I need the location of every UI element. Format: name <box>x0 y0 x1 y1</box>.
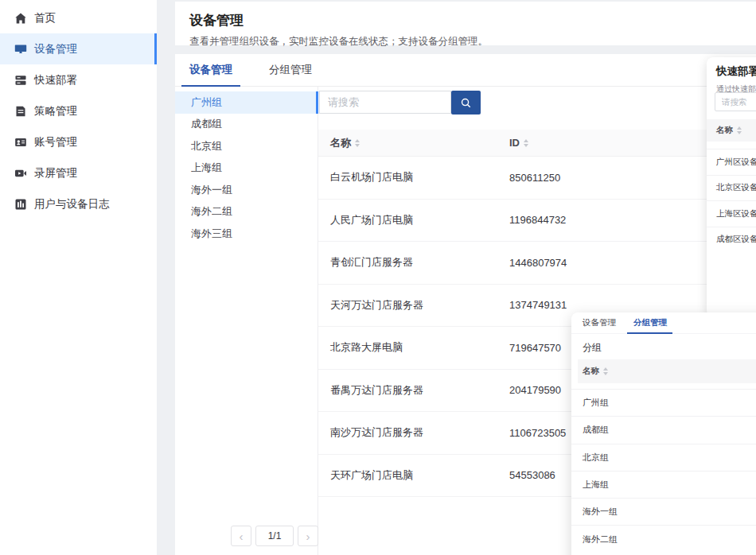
device-id-cell: 204179590 <box>509 384 561 396</box>
sidebar-item-label: 首页 <box>34 11 56 25</box>
screen-record-icon <box>14 167 27 180</box>
main-tabbar: 设备管理 分组管理 <box>175 54 756 87</box>
search-icon <box>460 97 472 109</box>
sidebar-item-user-device-logs[interactable]: 用户与设备日志 <box>0 188 157 219</box>
list-item[interactable]: 上海组 <box>571 471 756 498</box>
group-item-beijing[interactable]: 北京组 <box>175 135 318 157</box>
sidebar-item-label: 账号管理 <box>34 135 77 149</box>
device-id-cell: 54553086 <box>509 469 555 481</box>
sidebar-item-home[interactable]: 首页 <box>0 2 157 33</box>
column-header-id[interactable]: ID <box>509 137 528 149</box>
deploy-icon <box>14 74 27 87</box>
sidebar-item-screen-recording[interactable]: 录屏管理 <box>0 157 157 188</box>
sort-icon[interactable] <box>524 139 528 147</box>
group-management-panel: 设备管理 分组管理 分组 名称 广州组 成都组 北京组 上海组 海外一组 海外二… <box>571 312 756 555</box>
popup-group-list: 广州组 成都组 北京组 上海组 海外一组 海外二组 <box>571 389 756 553</box>
quick-deploy-column-header[interactable]: 名称 <box>707 119 756 142</box>
account-icon <box>14 136 27 149</box>
list-item[interactable]: 成都区设备 <box>707 227 756 253</box>
page-subtitle: 查看并管理组织设备，实时监控设备在线状态；支持设备分组管理。 <box>189 35 756 49</box>
group-item-overseas-1[interactable]: 海外一组 <box>175 179 318 201</box>
sidebar-item-quick-deploy[interactable]: 快速部署 <box>0 64 157 95</box>
column-label: 名称 <box>716 125 733 136</box>
device-name-cell: 番禺万达门店服务器 <box>318 383 509 398</box>
sidebar-item-label: 用户与设备日志 <box>34 197 110 212</box>
device-id-cell: 850611250 <box>509 172 560 184</box>
popup-column-header[interactable]: 名称 <box>578 359 756 383</box>
table-row[interactable]: 青创汇门店服务器 1446807974 <box>318 242 756 285</box>
list-item[interactable]: 上海区设备 <box>707 200 756 227</box>
pagination-next-button[interactable]: › <box>298 526 318 546</box>
table-header: 名称 ID <box>318 130 756 157</box>
list-item[interactable]: 广州区设备 <box>707 149 756 175</box>
device-name-cell: 天环广场门店电脑 <box>318 468 509 483</box>
column-label: 名称 <box>583 366 599 377</box>
list-item[interactable]: 成都组 <box>571 416 756 443</box>
quick-deploy-title: 快速部署 <box>716 64 756 79</box>
table-row[interactable]: 白云机场门店电脑 850611250 <box>318 157 756 200</box>
group-item-chengdu[interactable]: 成都组 <box>175 114 318 136</box>
group-item-overseas-3[interactable]: 海外三组 <box>175 223 318 245</box>
device-icon <box>14 43 27 56</box>
page-title: 设备管理 <box>189 11 756 29</box>
page-header: 设备管理 查看并管理组织设备，实时监控设备在线状态；支持设备分组管理。 <box>175 2 756 45</box>
list-item[interactable]: 广州组 <box>571 389 756 416</box>
column-header-name[interactable]: 名称 <box>318 136 509 150</box>
group-pagination: ‹ 1/1 › <box>231 526 318 546</box>
column-label: 名称 <box>330 136 351 150</box>
sidebar-item-label: 录屏管理 <box>34 166 77 180</box>
device-name-cell: 北京路大屏电脑 <box>318 340 509 355</box>
pagination-prev-button[interactable]: ‹ <box>231 526 251 546</box>
sidebar-item-device-management[interactable]: 设备管理 <box>0 33 157 64</box>
device-name-cell: 人民广场门店电脑 <box>318 213 509 227</box>
popup-tabbar: 设备管理 分组管理 <box>571 312 756 334</box>
sidebar-item-label: 快速部署 <box>34 73 77 87</box>
sidebar-menu: 首页 设备管理 快速部署 策略管理 <box>0 0 157 219</box>
device-id-cell: 1446807974 <box>509 257 567 269</box>
sort-icon[interactable] <box>603 367 608 375</box>
sidebar-item-account-management[interactable]: 账号管理 <box>0 126 157 157</box>
search-button[interactable] <box>451 91 481 114</box>
list-item[interactable]: 海外二组 <box>571 525 756 552</box>
group-item-overseas-2[interactable]: 海外二组 <box>175 201 318 223</box>
group-item-shanghai[interactable]: 上海组 <box>175 157 318 180</box>
list-item[interactable]: 北京组 <box>571 444 756 471</box>
app-window: 首页 设备管理 快速部署 策略管理 <box>0 0 756 555</box>
home-icon <box>14 12 27 25</box>
popup-tab-device-management[interactable]: 设备管理 <box>583 317 616 328</box>
list-item[interactable]: 北京区设备 <box>707 175 756 201</box>
quick-deploy-search-input[interactable] <box>715 92 756 111</box>
device-name-cell: 南沙万达门店服务器 <box>318 425 509 440</box>
quick-deploy-list: 广州区设备 北京区设备 上海区设备 成都区设备 <box>707 149 756 252</box>
device-id-cell: 1374749131 <box>509 299 567 311</box>
quick-deploy-panel: 快速部署 通过快速部署， 名称 广州区设备 北京区设备 上海区设备 成都区设备 <box>707 57 756 316</box>
device-name-cell: 天河万达门店服务器 <box>318 298 509 312</box>
device-id-cell: 1106723505 <box>509 427 566 439</box>
popup-tab-group-management[interactable]: 分组管理 <box>633 317 667 328</box>
device-name-cell: 白云机场门店电脑 <box>318 170 509 184</box>
group-list: 广州组 成都组 北京组 上海组 海外一组 海外二组 海外三组 ‹ 1/1 › <box>175 87 318 555</box>
group-item-guangzhou[interactable]: 广州组 <box>175 91 318 114</box>
sort-icon[interactable] <box>355 139 360 147</box>
sidebar-item-label: 策略管理 <box>34 104 77 118</box>
device-id-cell: 1196844732 <box>509 214 566 226</box>
column-label: ID <box>509 137 520 149</box>
tab-device-management[interactable]: 设备管理 <box>181 54 240 86</box>
tab-group-management[interactable]: 分组管理 <box>261 54 320 86</box>
device-id-cell: 719647570 <box>509 342 561 354</box>
sidebar: 首页 设备管理 快速部署 策略管理 <box>0 0 157 555</box>
sidebar-item-policy-management[interactable]: 策略管理 <box>0 95 157 126</box>
sort-icon[interactable] <box>737 126 742 134</box>
sidebar-item-label: 设备管理 <box>34 42 77 56</box>
table-row[interactable]: 人民广场门店电脑 1196844732 <box>318 200 756 243</box>
policy-icon <box>14 105 27 118</box>
popup-section-label: 分组 <box>583 341 756 355</box>
user-device-log-icon <box>14 198 27 211</box>
search-input[interactable] <box>319 91 451 114</box>
device-name-cell: 青创汇门店服务器 <box>318 255 509 270</box>
active-tab-underline <box>627 332 672 334</box>
pagination-page-indicator: 1/1 <box>255 526 294 546</box>
list-item[interactable]: 海外一组 <box>571 498 756 525</box>
